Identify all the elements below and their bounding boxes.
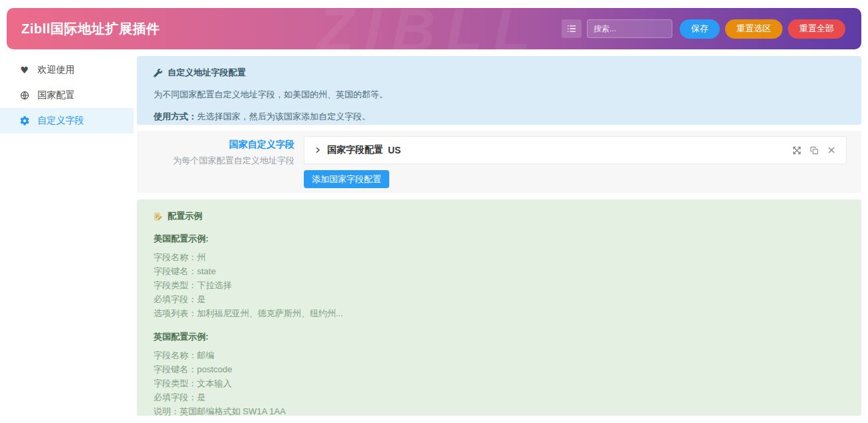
example-row: 字段类型：下拉选择 — [154, 278, 845, 292]
copy-icon[interactable] — [810, 146, 819, 155]
us-example-heading: 美国配置示例: — [154, 233, 845, 245]
heart-icon: ♥ — [19, 65, 30, 75]
field-label-column: 国家自定义字段 为每个国家配置自定义地址字段 — [137, 139, 294, 167]
field-label-title: 国家自定义字段 — [137, 139, 294, 151]
memo-icon — [154, 212, 162, 221]
add-country-config-button[interactable]: 添加国家字段配置 — [304, 170, 389, 188]
country-fields-section: 国家自定义字段 为每个国家配置自定义地址字段 国家字段配置 US × — [137, 131, 861, 193]
list-icon-button[interactable] — [562, 19, 582, 38]
sidebar-item-custom-fields[interactable]: 自定义字段 — [0, 108, 134, 133]
wrench-icon — [154, 69, 162, 77]
us-example-rows: 字段名称：州 字段键名：state 字段类型：下拉选择 必填字段：是 选项列表：… — [154, 250, 845, 320]
info-box-title: 自定义地址字段配置 — [154, 67, 845, 79]
uk-example-rows: 字段名称：邮编 字段键名：postcode 字段类型：文本输入 必填字段：是 说… — [154, 348, 845, 418]
search-input[interactable] — [587, 19, 672, 38]
gear-icon — [19, 116, 30, 125]
list-icon — [567, 24, 576, 33]
expand-icon[interactable] — [793, 146, 801, 155]
plugin-header: ZIBLL Zibll国际地址扩展插件 保存 重置选区 重置全部 — [7, 8, 861, 49]
info-box-line1: 为不同国家配置自定义地址字段，如美国的州、英国的郡等。 — [154, 89, 845, 101]
usage-label: 使用方式： — [154, 111, 197, 121]
config-examples-box: 配置示例 美国配置示例: 字段名称：州 字段键名：state 字段类型：下拉选择… — [137, 199, 861, 416]
header-controls: 保存 重置选区 重置全部 — [562, 19, 845, 39]
sidebar-item-label: 自定义字段 — [37, 115, 84, 127]
reset-selection-button[interactable]: 重置选区 — [725, 19, 783, 39]
example-row: 字段键名：postcode — [154, 362, 845, 376]
save-button[interactable]: 保存 — [680, 19, 720, 39]
info-box: 自定义地址字段配置 为不同国家配置自定义地址字段，如美国的州、英国的郡等。 使用… — [137, 56, 861, 125]
example-row: 选项列表：加利福尼亚州、德克萨斯州、纽约州... — [154, 306, 845, 320]
uk-example-heading: 英国配置示例: — [154, 331, 845, 343]
example-row: 必填字段：是 — [154, 292, 845, 306]
panel-title: 国家字段配置 — [327, 144, 383, 156]
sidebar-item-label: 国家配置 — [37, 89, 75, 101]
reset-all-button[interactable]: 重置全部 — [788, 19, 845, 39]
sidebar: ♥ 欢迎使用 国家配置 自定义字段 — [0, 57, 134, 133]
info-box-line2: 使用方式：先选择国家，然后为该国家添加自定义字段。 — [154, 111, 845, 123]
globe-icon — [19, 91, 30, 100]
header-watermark: ZIBLL — [317, 8, 541, 49]
chevron-right-icon — [314, 147, 321, 153]
examples-title: 配置示例 — [154, 210, 845, 222]
panel-country-code: US — [388, 145, 401, 155]
sidebar-item-label: 欢迎使用 — [37, 64, 75, 76]
country-field-config-panel[interactable]: 国家字段配置 US × — [304, 136, 847, 164]
example-row: 字段类型：文本输入 — [154, 376, 845, 390]
sidebar-item-welcome[interactable]: ♥ 欢迎使用 — [0, 57, 134, 83]
example-row: 字段名称：邮编 — [154, 348, 845, 362]
example-row: 必填字段：是 — [154, 390, 845, 404]
example-row: 字段键名：state — [154, 264, 845, 278]
field-label-desc: 为每个国家配置自定义地址字段 — [137, 155, 294, 167]
close-icon[interactable]: × — [827, 145, 836, 155]
example-row: 字段名称：州 — [154, 250, 845, 264]
example-row: 说明：英国邮编格式如 SW1A 1AA — [154, 404, 845, 418]
panel-actions: × — [793, 145, 836, 155]
page-title: Zibll国际地址扩展插件 — [21, 20, 160, 38]
sidebar-item-country-config[interactable]: 国家配置 — [0, 83, 134, 108]
